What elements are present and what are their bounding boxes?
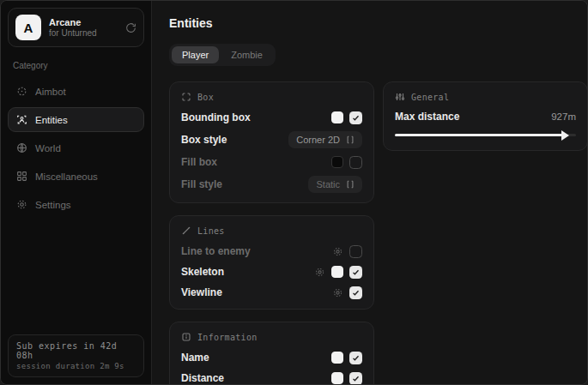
tab-zombie[interactable]: Zombie bbox=[221, 46, 273, 63]
slider-thumb[interactable] bbox=[561, 130, 569, 141]
checkbox-skeleton[interactable] bbox=[349, 266, 362, 279]
information-card: Information Name Distance bbox=[169, 322, 374, 385]
max-distance-value: 927m bbox=[551, 111, 576, 122]
setting-row-bounding-box: Bounding box bbox=[181, 111, 362, 124]
slider-fill bbox=[395, 134, 563, 136]
sidebar-item-label: World bbox=[35, 143, 61, 153]
page-title: Entities bbox=[169, 16, 588, 30]
sidebar-item-settings[interactable]: Settings bbox=[8, 192, 144, 217]
max-distance-slider[interactable] bbox=[395, 129, 576, 141]
app-title: Arcane bbox=[49, 17, 118, 28]
general-card: General Max distance 927m bbox=[383, 81, 588, 151]
setting-row-viewline: Viewline bbox=[181, 286, 362, 299]
dropdown-value: Corner 2D bbox=[296, 135, 340, 145]
checkbox-fill-box[interactable] bbox=[349, 156, 362, 169]
globe-icon bbox=[16, 142, 27, 153]
color-swatch[interactable] bbox=[331, 111, 343, 123]
checkbox-distance[interactable] bbox=[349, 372, 362, 385]
logo-card: A Arcane for Unturned bbox=[8, 8, 144, 47]
select-unfold-icon bbox=[346, 135, 355, 144]
app-logo: A bbox=[15, 15, 41, 40]
row-settings-gear-icon[interactable] bbox=[332, 287, 343, 298]
card-header-label: Information bbox=[197, 333, 258, 342]
sub-expiry-text: Sub expires in 42d 08h bbox=[16, 341, 136, 360]
crosshair-icon bbox=[16, 86, 27, 97]
tab-player[interactable]: Player bbox=[172, 46, 219, 63]
setting-row-skeleton: Skeleton bbox=[181, 265, 362, 279]
diagonal-line-icon bbox=[181, 226, 191, 236]
sidebar-item-world[interactable]: World bbox=[8, 135, 144, 160]
app-window: A Arcane for Unturned Category Aimbot bbox=[0, 0, 588, 385]
card-header-label: General bbox=[411, 93, 449, 102]
sidebar-item-label: Miscellaneous bbox=[35, 171, 98, 182]
sliders-icon bbox=[395, 92, 405, 102]
row-settings-gear-icon[interactable] bbox=[332, 246, 343, 257]
sidebar-item-miscellaneous[interactable]: Miscellaneous bbox=[8, 164, 144, 189]
setting-row-line-to-enemy: Line to enemy bbox=[181, 244, 362, 258]
sidebar-item-aimbot[interactable]: Aimbot bbox=[8, 79, 144, 104]
fill-style-dropdown[interactable]: Static bbox=[308, 176, 362, 193]
lines-card: Lines Line to enemy bbox=[169, 215, 374, 310]
row-settings-gear-icon[interactable] bbox=[314, 267, 325, 278]
checkbox-bounding-box[interactable] bbox=[349, 111, 362, 124]
color-swatch[interactable] bbox=[331, 266, 343, 278]
setting-row-max-distance: Max distance 927m bbox=[395, 111, 576, 123]
entity-type-tabs: Player Zombie bbox=[169, 44, 276, 66]
person-scan-icon bbox=[16, 114, 27, 125]
checkbox-line-to-enemy[interactable] bbox=[349, 245, 362, 258]
color-swatch[interactable] bbox=[331, 372, 343, 384]
color-swatch[interactable] bbox=[331, 156, 343, 168]
sidebar-item-entities[interactable]: Entities bbox=[8, 107, 144, 132]
setting-row-fill-box: Fill box bbox=[181, 155, 362, 169]
setting-row-name: Name bbox=[181, 351, 362, 364]
app-subtitle: for Unturned bbox=[49, 28, 118, 39]
sidebar-item-label: Settings bbox=[35, 200, 71, 210]
color-swatch[interactable] bbox=[331, 352, 343, 364]
sidebar-item-label: Aimbot bbox=[35, 87, 66, 97]
setting-row-fill-style: Fill style Static bbox=[181, 176, 362, 193]
setting-row-box-style: Box style Corner 2D bbox=[181, 131, 362, 148]
select-unfold-icon bbox=[346, 180, 355, 189]
gear-icon bbox=[16, 199, 27, 210]
card-header-label: Box bbox=[197, 93, 214, 102]
box-style-dropdown[interactable]: Corner 2D bbox=[288, 131, 362, 148]
subscription-status-box: Sub expires in 42d 08h session duration … bbox=[8, 334, 144, 377]
grid-icon bbox=[16, 171, 27, 182]
checkbox-name[interactable] bbox=[349, 352, 362, 364]
refresh-icon[interactable] bbox=[125, 22, 136, 33]
corner-brackets-icon bbox=[181, 92, 191, 102]
sidebar: A Arcane for Unturned Category Aimbot bbox=[1, 1, 152, 384]
category-label: Category bbox=[13, 61, 139, 70]
box-card: Box Bounding box Box style bbox=[169, 81, 374, 203]
sidebar-item-label: Entities bbox=[35, 115, 68, 125]
main-content: Entities Player Zombie Box bbox=[152, 1, 588, 384]
card-header-label: Lines bbox=[197, 226, 225, 236]
sidebar-nav: Aimbot Entities World bbox=[8, 79, 144, 217]
session-duration-text: session duration 2m 9s bbox=[16, 362, 136, 370]
dropdown-value: Static bbox=[316, 179, 340, 189]
checkbox-viewline[interactable] bbox=[349, 286, 362, 299]
setting-row-distance: Distance bbox=[181, 371, 362, 385]
info-box-icon bbox=[181, 332, 191, 342]
